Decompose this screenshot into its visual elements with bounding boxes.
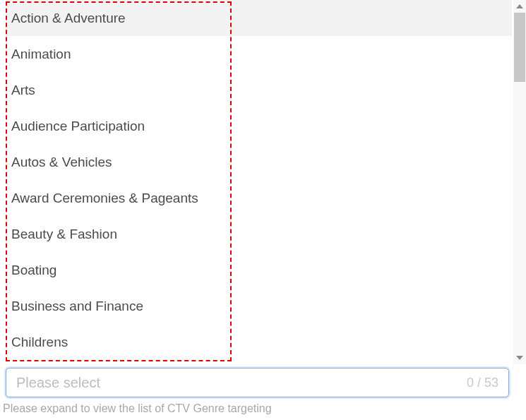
option-item[interactable]: Business and Finance	[6, 288, 512, 324]
scrollbar[interactable]	[513, 0, 526, 364]
option-item[interactable]: Childrens	[6, 324, 512, 360]
scroll-up-arrow-icon[interactable]	[513, 0, 526, 13]
option-list: Action & Adventure Animation Arts Audien…	[6, 0, 512, 364]
option-item[interactable]: Beauty & Fashion	[6, 216, 512, 252]
scroll-thumb[interactable]	[514, 13, 525, 82]
option-item[interactable]: Audience Participation	[6, 108, 512, 144]
scroll-down-arrow-icon[interactable]	[513, 352, 526, 364]
helper-text: Please expand to view the list of CTV Ge…	[3, 402, 272, 415]
option-item[interactable]: Arts	[6, 72, 512, 108]
option-item[interactable]: Action & Adventure	[6, 0, 512, 36]
select-input-container[interactable]: 0 / 53	[6, 368, 509, 397]
option-item[interactable]: Autos & Vehicles	[6, 144, 512, 180]
option-item[interactable]: Award Ceremonies & Pageants	[6, 180, 512, 216]
dropdown-panel: Action & Adventure Animation Arts Audien…	[0, 0, 526, 420]
option-item[interactable]: Animation	[6, 36, 512, 72]
select-search-input[interactable]	[16, 375, 461, 391]
option-item[interactable]: Boating	[6, 252, 512, 288]
selection-counter: 0 / 53	[461, 376, 498, 390]
